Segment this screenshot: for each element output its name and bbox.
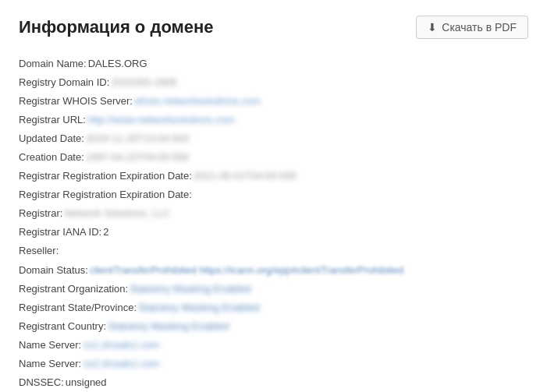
- info-row: Registrant Organization: Statutory Maski…: [19, 280, 528, 298]
- info-row: Updated Date: 2019-11-20T13:54:003: [19, 129, 528, 148]
- field-value: Network Solutions, LLC: [64, 204, 170, 223]
- pdf-download-button[interactable]: ⬇ Скачать в PDF: [416, 16, 528, 39]
- info-row: Name Server: ns1.dnsale1.com: [19, 336, 528, 355]
- pdf-button-label: Скачать в PDF: [442, 21, 517, 34]
- info-row: Registrar IANA ID: 2: [19, 223, 528, 242]
- field-value: ns2.dnsale1.com: [83, 355, 159, 373]
- info-row: Registrar Registration Expiration Date:: [19, 185, 528, 204]
- field-label: Registrar:: [19, 204, 62, 223]
- field-label: Domain Name:: [19, 55, 87, 73]
- field-value: DALES.ORG: [88, 55, 147, 73]
- field-value: 1997-04-22T04:00:000: [86, 148, 189, 167]
- info-row: Registrant State/Province: Statutory Mas…: [19, 298, 528, 317]
- field-value: 2021-05-01T04:00:000: [194, 167, 297, 185]
- page-header: Информация о домене ⬇ Скачать в PDF: [19, 16, 528, 39]
- field-label: Registry Domain ID:: [19, 73, 109, 92]
- field-value: whois.networksolutions.com: [134, 92, 261, 111]
- field-label: Registrant Country:: [19, 317, 106, 336]
- info-row: Registrant Country: Statutory Masking En…: [19, 317, 528, 336]
- field-label: Domain Status:: [19, 261, 88, 280]
- download-icon: ⬇: [428, 21, 437, 34]
- field-label: Registrar Registration Expiration Date:: [19, 185, 192, 204]
- field-value: 2: [103, 223, 108, 242]
- field-value: ns1.dnsale1.com: [83, 336, 159, 355]
- field-label: Creation Date:: [19, 148, 84, 167]
- info-row: Reseller:: [19, 242, 528, 260]
- field-value: http://www.networksolutions.com: [87, 111, 235, 129]
- field-label: Registrar Registration Expiration Date:: [19, 167, 192, 185]
- field-value: unsigned: [66, 373, 107, 392]
- field-label: Name Server:: [19, 336, 81, 355]
- info-row: Registrar WHOIS Server: whois.networksol…: [19, 92, 528, 111]
- field-value: 2019-11-20T13:54:003: [86, 129, 189, 148]
- info-row: DNSSEC: unsigned: [19, 373, 528, 392]
- field-value: Statutory Masking Enabled: [108, 317, 229, 336]
- info-row: Name Server: ns2.dnsale1.com: [19, 355, 528, 373]
- field-value: Statutory Masking Enabled: [130, 280, 250, 298]
- field-value: 2020265-1808: [111, 73, 176, 92]
- field-value: Statutory Masking Enabled: [138, 298, 259, 317]
- field-label: Reseller:: [19, 242, 59, 260]
- field-label: Updated Date:: [19, 129, 84, 148]
- info-row: Domain Name: DALES.ORG: [19, 55, 528, 73]
- info-row: Registrar: Network Solutions, LLC: [19, 204, 528, 223]
- info-row: Registrar URL: http://www.networksolutio…: [19, 111, 528, 129]
- field-label: Registrar IANA ID:: [19, 223, 101, 242]
- field-label: Registrar URL:: [19, 111, 86, 129]
- field-label: Registrant State/Province:: [19, 298, 137, 317]
- field-label: Registrar WHOIS Server:: [19, 92, 133, 111]
- field-value: clientTransferProhibited https://icann.o…: [90, 261, 403, 280]
- page-title: Информация о домене: [19, 17, 214, 37]
- field-label: Name Server:: [19, 355, 81, 373]
- field-label: Registrant Organization:: [19, 280, 128, 298]
- info-row: Registry Domain ID: 2020265-1808: [19, 73, 528, 92]
- field-label: DNSSEC:: [19, 373, 64, 392]
- info-row: Domain Status: clientTransferProhibited …: [19, 261, 528, 280]
- domain-info-block: Domain Name: DALES.ORGRegistry Domain ID…: [19, 55, 528, 392]
- info-row: Creation Date: 1997-04-22T04:00:000: [19, 148, 528, 167]
- info-row: Registrar Registration Expiration Date: …: [19, 167, 528, 185]
